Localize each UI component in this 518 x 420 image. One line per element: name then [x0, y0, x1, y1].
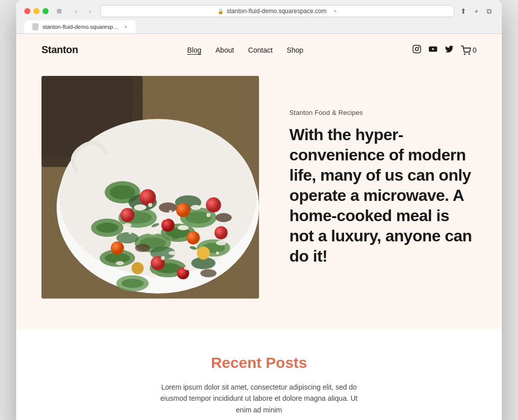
- forward-button[interactable]: ›: [84, 5, 96, 17]
- svg-point-71: [169, 210, 172, 213]
- svg-point-64: [216, 240, 226, 245]
- svg-point-62: [191, 205, 201, 210]
- svg-point-58: [134, 204, 146, 211]
- svg-point-43: [176, 203, 190, 217]
- nav-link-contact[interactable]: Contact: [248, 46, 273, 54]
- share-icon[interactable]: ⬆: [458, 6, 468, 16]
- minimize-button[interactable]: [33, 8, 39, 14]
- browser-tab[interactable]: stanton-fluid-demo.squarespace.com ×: [24, 20, 136, 33]
- svg-point-75: [161, 256, 165, 260]
- svg-point-40: [116, 232, 139, 243]
- svg-point-66: [199, 231, 208, 235]
- new-tab-icon[interactable]: +: [472, 6, 481, 16]
- recent-posts-section: Recent Posts Lorem ipsum dolor sit amet,…: [16, 329, 502, 420]
- traffic-lights: [24, 8, 49, 14]
- svg-point-35: [121, 279, 144, 288]
- svg-point-59: [158, 215, 168, 220]
- hero-text: Stanton Food & Recipes With the hyper-co…: [289, 109, 477, 266]
- svg-point-70: [148, 203, 152, 207]
- svg-point-1: [415, 48, 418, 51]
- svg-point-2: [418, 46, 419, 47]
- svg-point-61: [148, 231, 157, 235]
- svg-point-42: [140, 189, 156, 205]
- duplicate-icon[interactable]: ⧉: [485, 6, 494, 17]
- hero-category: Stanton Food & Recipes: [289, 109, 477, 116]
- twitter-icon[interactable]: [445, 45, 454, 56]
- tab-close-button[interactable]: ×: [124, 24, 127, 30]
- svg-point-57: [200, 269, 217, 277]
- svg-point-5: [464, 54, 465, 55]
- svg-point-65: [168, 251, 178, 255]
- tab-favicon: [32, 23, 38, 30]
- svg-point-46: [120, 208, 135, 222]
- svg-point-56: [135, 244, 150, 252]
- recent-posts-title: Recent Posts: [41, 354, 477, 371]
- close-button[interactable]: [24, 8, 30, 14]
- lock-icon: 🔒: [218, 9, 224, 14]
- nav-link-about[interactable]: About: [215, 46, 234, 54]
- svg-point-55: [215, 213, 232, 222]
- svg-point-44: [206, 197, 221, 213]
- instagram-icon[interactable]: [412, 45, 421, 56]
- svg-point-17: [110, 185, 135, 199]
- address-bar[interactable]: 🔒 stanton-fluid-demo.squarespace.com ×: [100, 5, 454, 17]
- browser-toolbar-right: ⬆ + ⧉: [458, 6, 494, 17]
- nav-icons: 0: [412, 45, 477, 56]
- svg-point-47: [187, 231, 200, 244]
- svg-point-21: [96, 223, 118, 233]
- svg-point-45: [161, 219, 175, 232]
- browser-chrome: ⊞ ‹ › 🔒 stanton-fluid-demo.squarespace.c…: [16, 0, 502, 34]
- tab-bar: stanton-fluid-demo.squarespace.com ×: [24, 20, 494, 33]
- url-text: stanton-fluid-demo.squarespace.com: [227, 8, 326, 15]
- hero-section: Stanton Food & Recipes With the hyper-co…: [16, 66, 502, 329]
- cart-icon[interactable]: 0: [461, 46, 477, 55]
- svg-point-73: [128, 231, 132, 234]
- svg-point-72: [206, 213, 210, 217]
- nav-link-shop[interactable]: Shop: [287, 46, 304, 54]
- svg-rect-0: [413, 45, 421, 53]
- cart-count: 0: [472, 46, 477, 54]
- nav-link-blog[interactable]: Blog: [187, 46, 201, 54]
- svg-point-74: [216, 251, 219, 255]
- recent-posts-body: Lorem ipsum dolor sit amet, consectetur …: [153, 382, 365, 415]
- svg-point-6: [469, 54, 470, 55]
- svg-point-68: [184, 266, 193, 270]
- site-nav: Stanton Blog About Contact Shop: [16, 34, 502, 66]
- hero-headline: With the hyper-convenience of modern lif…: [289, 124, 477, 266]
- close-tab-icon[interactable]: ×: [333, 8, 336, 14]
- site-logo[interactable]: Stanton: [41, 44, 78, 56]
- back-button[interactable]: ‹: [70, 5, 82, 17]
- svg-point-51: [214, 226, 228, 239]
- tab-title: stanton-fluid-demo.squarespace.com: [42, 24, 120, 30]
- svg-point-67: [116, 261, 124, 265]
- maximize-button[interactable]: [42, 8, 49, 14]
- website-content: Stanton Blog About Contact Shop: [16, 34, 502, 420]
- svg-point-50: [111, 241, 124, 255]
- svg-point-52: [197, 246, 210, 260]
- svg-point-63: [123, 223, 132, 227]
- browser-window: ⊞ ‹ › 🔒 stanton-fluid-demo.squarespace.c…: [16, 0, 502, 420]
- nav-links: Blog About Contact Shop: [187, 46, 304, 54]
- hero-image: [41, 76, 259, 299]
- svg-point-53: [132, 262, 144, 274]
- svg-point-54: [159, 202, 177, 213]
- youtube-icon[interactable]: [428, 45, 438, 56]
- svg-point-60: [178, 225, 189, 230]
- nav-buttons: ‹ ›: [70, 5, 96, 17]
- sidebar-toggle-button[interactable]: ⊞: [53, 6, 66, 16]
- svg-point-69: [149, 274, 157, 278]
